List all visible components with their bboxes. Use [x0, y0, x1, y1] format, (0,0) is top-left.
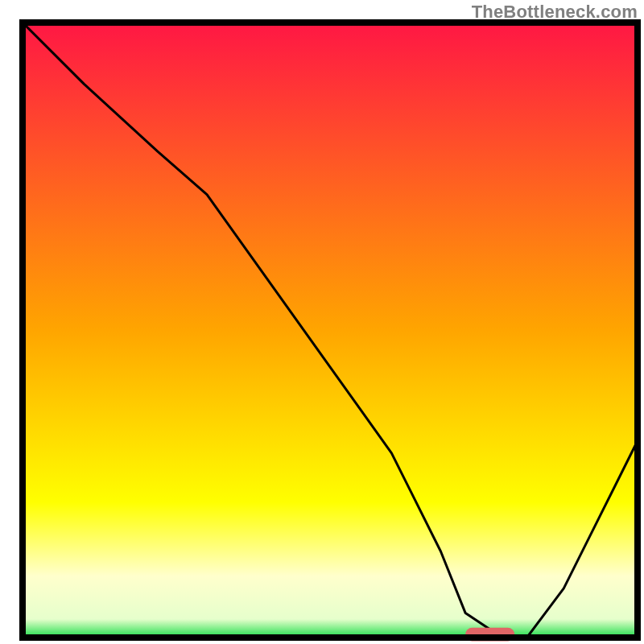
chart-svg — [0, 0, 644, 644]
chart-container: TheBottleneck.com — [0, 0, 644, 644]
chart-background — [23, 23, 638, 638]
watermark-text: TheBottleneck.com — [472, 2, 638, 23]
